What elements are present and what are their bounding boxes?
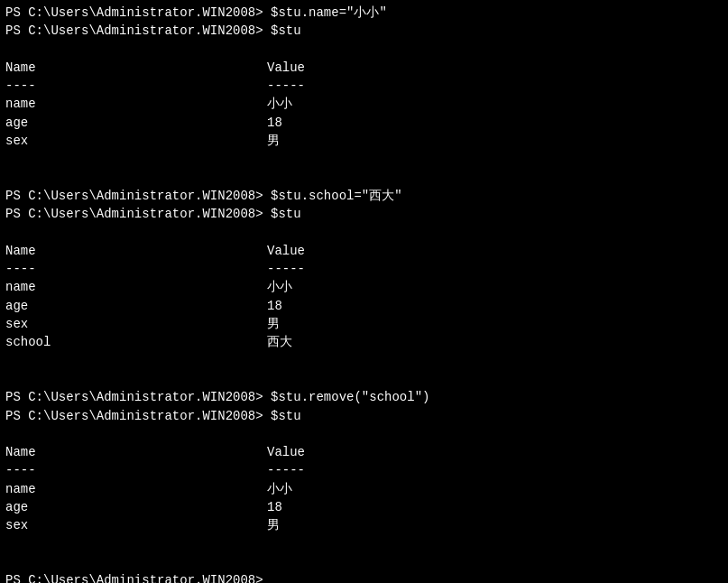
table-row: name小小 bbox=[5, 480, 723, 498]
terminal-window[interactable]: PS C:\Users\Administrator.WIN2008> $stu.… bbox=[0, 0, 728, 583]
table-row: sex男 bbox=[5, 516, 723, 534]
table-row: school西大 bbox=[5, 333, 723, 351]
table-row: age18 bbox=[5, 114, 723, 132]
prompt-line: PS C:\Users\Administrator.WIN2008> $stu bbox=[5, 205, 723, 223]
table-header: NameValue bbox=[5, 59, 723, 77]
blank-line bbox=[5, 224, 723, 242]
table-row: sex男 bbox=[5, 315, 723, 333]
prompt-line: PS C:\Users\Administrator.WIN2008> $stu.… bbox=[5, 4, 723, 22]
table-row: age18 bbox=[5, 297, 723, 315]
blank-line bbox=[5, 150, 723, 168]
prompt-line: PS C:\Users\Administrator.WIN2008> $stu.… bbox=[5, 187, 723, 205]
table-header: NameValue bbox=[5, 443, 723, 461]
table-row: name小小 bbox=[5, 95, 723, 113]
blank-line bbox=[5, 553, 723, 571]
table-divider: --------- bbox=[5, 260, 723, 278]
blank-line bbox=[5, 425, 723, 443]
table-row: age18 bbox=[5, 498, 723, 516]
table-row: sex男 bbox=[5, 132, 723, 150]
prompt-line: PS C:\Users\Administrator.WIN2008> bbox=[5, 571, 723, 583]
prompt-line: PS C:\Users\Administrator.WIN2008> $stu bbox=[5, 22, 723, 40]
blank-line bbox=[5, 352, 723, 370]
table-divider: --------- bbox=[5, 77, 723, 95]
table-divider: --------- bbox=[5, 461, 723, 479]
blank-line bbox=[5, 169, 723, 187]
prompt-line: PS C:\Users\Administrator.WIN2008> $stu bbox=[5, 407, 723, 425]
blank-line bbox=[5, 370, 723, 388]
table-row: name小小 bbox=[5, 278, 723, 296]
blank-line bbox=[5, 41, 723, 59]
blank-line bbox=[5, 535, 723, 553]
table-header: NameValue bbox=[5, 242, 723, 260]
prompt-line: PS C:\Users\Administrator.WIN2008> $stu.… bbox=[5, 388, 723, 406]
